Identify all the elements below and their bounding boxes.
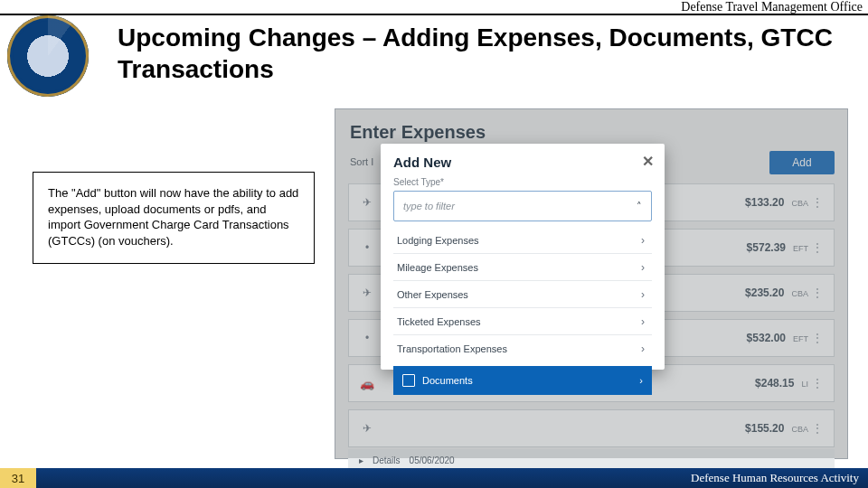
- filter-placeholder: type to filter: [403, 201, 455, 211]
- slide: Defense Travel Management Office Upcomin…: [0, 0, 868, 488]
- note-text: The "Add" button will now have the abili…: [48, 186, 298, 248]
- footer-bar: Defense Human Resources Activity: [0, 468, 868, 488]
- option-label: Ticketed Expenses: [397, 316, 481, 327]
- option-mileage[interactable]: Mileage Expenses›: [393, 254, 652, 281]
- option-label: Lodging Expenses: [397, 235, 479, 246]
- explanatory-note: The "Add" button will now have the abili…: [33, 172, 315, 264]
- chevron-right-icon: ›: [641, 315, 645, 328]
- modal-title: Add New ✕: [381, 144, 665, 177]
- option-ticketed[interactable]: Ticketed Expenses›: [393, 308, 652, 335]
- chevron-right-icon: ›: [641, 288, 645, 301]
- option-documents[interactable]: Documents ›: [393, 366, 652, 395]
- office-label: Defense Travel Management Office: [681, 0, 863, 14]
- modal-title-text: Add New: [393, 155, 451, 170]
- type-options: Lodging Expenses› Mileage Expenses› Othe…: [393, 227, 652, 362]
- chevron-right-icon: ›: [641, 261, 645, 274]
- chevron-right-icon: ›: [639, 375, 643, 386]
- document-icon: [402, 374, 415, 387]
- option-lodging[interactable]: Lodging Expenses›: [393, 227, 652, 254]
- expense-screenshot: Enter Expenses Sort I Add $133.20CBA⋮ $5…: [335, 108, 848, 459]
- footer-agency: Defense Human Resources Activity: [691, 471, 859, 485]
- chevron-right-icon: ›: [641, 343, 645, 355]
- chevron-up-icon: ˄: [637, 201, 642, 212]
- option-transportation[interactable]: Transportation Expenses›: [393, 335, 652, 362]
- close-icon[interactable]: ✕: [642, 153, 654, 170]
- documents-label: Documents: [422, 375, 473, 386]
- type-label: Select Type*: [381, 177, 665, 191]
- option-label: Transportation Expenses: [397, 343, 507, 354]
- add-new-modal: Add New ✕ Select Type* type to filter ˄ …: [381, 144, 665, 370]
- type-filter-input[interactable]: type to filter ˄: [393, 191, 652, 221]
- option-label: Mileage Expenses: [397, 262, 478, 273]
- page-number: 31: [0, 468, 36, 488]
- chevron-right-icon: ›: [641, 234, 645, 247]
- dod-seal-icon: [7, 15, 89, 97]
- option-label: Other Expenses: [397, 289, 468, 300]
- slide-title: Upcoming Changes – Adding Expenses, Docu…: [118, 22, 859, 85]
- option-other[interactable]: Other Expenses›: [393, 281, 652, 308]
